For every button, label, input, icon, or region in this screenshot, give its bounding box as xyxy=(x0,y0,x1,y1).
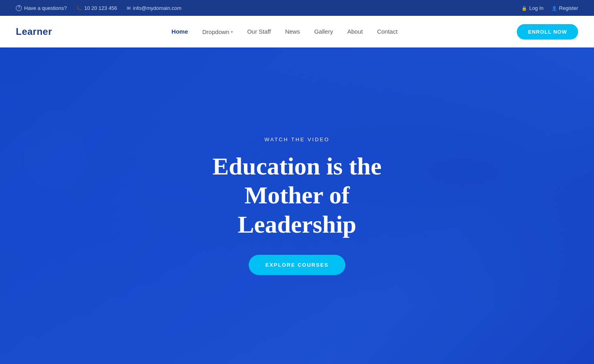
top-bar-left: ? Have a questions? 10 20 123 456 info@m… xyxy=(16,5,181,11)
hero-eyebrow: WATCH THE VIDEO xyxy=(212,136,381,142)
nav-item-news[interactable]: News xyxy=(285,28,300,35)
navbar: Learner Home Dropdown ▾ Our Staff News G xyxy=(0,16,594,47)
login-link[interactable]: Log In xyxy=(522,5,543,11)
nav-link-about[interactable]: About xyxy=(347,28,363,35)
person-icon xyxy=(552,5,557,11)
phone-number: 10 20 123 456 xyxy=(84,5,117,11)
email-icon xyxy=(127,5,131,11)
brand-logo[interactable]: Learner xyxy=(16,26,52,37)
email-address: info@mydomain.com xyxy=(133,5,181,11)
nav-link-gallery[interactable]: Gallery xyxy=(314,28,333,35)
nav-item-staff[interactable]: Our Staff xyxy=(247,28,271,35)
nav-link-dropdown[interactable]: Dropdown ▾ xyxy=(202,28,233,35)
register-link[interactable]: Register xyxy=(552,5,578,11)
hero-title-line2: Mother of xyxy=(244,182,350,209)
hero-title-line3: Leadership xyxy=(238,211,356,238)
nav-link-staff[interactable]: Our Staff xyxy=(247,28,271,35)
nav-link-contact[interactable]: Contact xyxy=(377,28,398,35)
hero-title-line1: Education is the xyxy=(212,153,381,180)
email-item: info@mydomain.com xyxy=(127,5,181,11)
enroll-button[interactable]: ENROLL NOW xyxy=(517,24,578,40)
explore-button[interactable]: EXPLORE COURSES xyxy=(249,255,345,275)
nav-item-dropdown[interactable]: Dropdown ▾ xyxy=(202,28,233,35)
nav-item-contact[interactable]: Contact xyxy=(377,28,398,35)
lock-icon xyxy=(522,5,527,11)
nav-item-home[interactable]: Home xyxy=(171,28,188,35)
question-label: Have a questions? xyxy=(24,5,67,11)
phone-item: 10 20 123 456 xyxy=(76,5,117,11)
hero-title: Education is the Mother of Leadership xyxy=(212,152,381,239)
login-label: Log In xyxy=(529,5,543,11)
nav-item-gallery[interactable]: Gallery xyxy=(314,28,333,35)
hero-section: WATCH THE VIDEO Education is the Mother … xyxy=(0,47,594,364)
phone-icon xyxy=(76,5,82,11)
top-bar-right: Log In Register xyxy=(522,5,578,11)
question-icon: ? xyxy=(16,5,22,11)
hero-content: WATCH THE VIDEO Education is the Mother … xyxy=(212,136,381,275)
top-bar: ? Have a questions? 10 20 123 456 info@m… xyxy=(0,0,594,16)
nav-links: Home Dropdown ▾ Our Staff News Gallery xyxy=(171,28,398,35)
nav-link-home[interactable]: Home xyxy=(171,28,188,35)
register-label: Register xyxy=(559,5,578,11)
nav-item-about[interactable]: About xyxy=(347,28,363,35)
question-item: ? Have a questions? xyxy=(16,5,67,11)
chevron-down-icon: ▾ xyxy=(231,30,233,34)
nav-link-news[interactable]: News xyxy=(285,28,300,35)
